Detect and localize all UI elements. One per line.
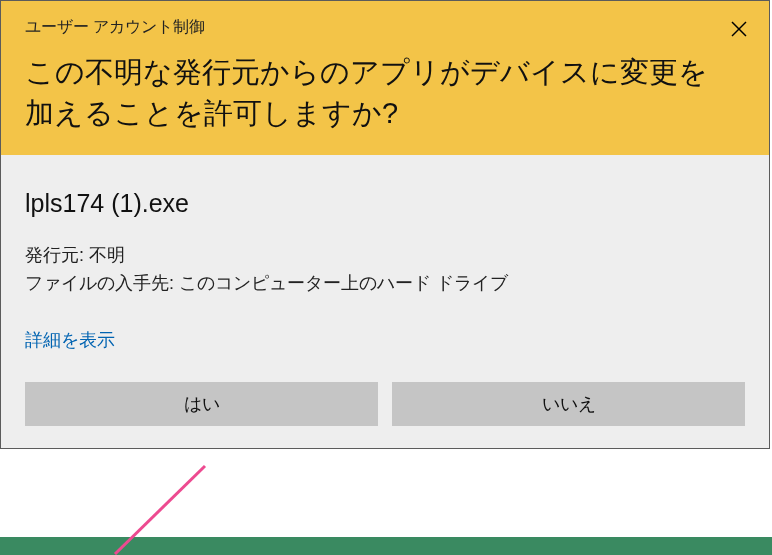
app-filename: lpls174 (1).exe	[25, 189, 745, 218]
button-row: はい いいえ	[25, 382, 745, 426]
origin-label: ファイルの入手先:	[25, 273, 174, 293]
publisher-label: 発行元:	[25, 245, 84, 265]
dialog-content: lpls174 (1).exe 発行元: 不明 ファイルの入手先: このコンピュ…	[1, 155, 769, 448]
uac-question: この不明な発行元からのアプリがデバイスに変更を加えることを許可しますか?	[25, 52, 745, 133]
file-origin-line: ファイルの入手先: このコンピューター上のハード ドライブ	[25, 270, 745, 298]
yes-button[interactable]: はい	[25, 382, 378, 426]
publisher-line: 発行元: 不明	[25, 242, 745, 270]
close-button[interactable]	[723, 13, 755, 45]
origin-value: このコンピューター上のハード ドライブ	[179, 273, 508, 293]
background-strip	[0, 537, 772, 555]
close-icon	[731, 21, 747, 37]
publisher-value: 不明	[89, 245, 125, 265]
dialog-header: ユーザー アカウント制御 この不明な発行元からのアプリがデバイスに変更を加えるこ…	[1, 1, 769, 155]
dialog-title: ユーザー アカウント制御	[25, 17, 745, 38]
uac-dialog: ユーザー アカウント制御 この不明な発行元からのアプリがデバイスに変更を加えるこ…	[0, 0, 770, 449]
show-details-link[interactable]: 詳細を表示	[25, 328, 115, 352]
no-button[interactable]: いいえ	[392, 382, 745, 426]
